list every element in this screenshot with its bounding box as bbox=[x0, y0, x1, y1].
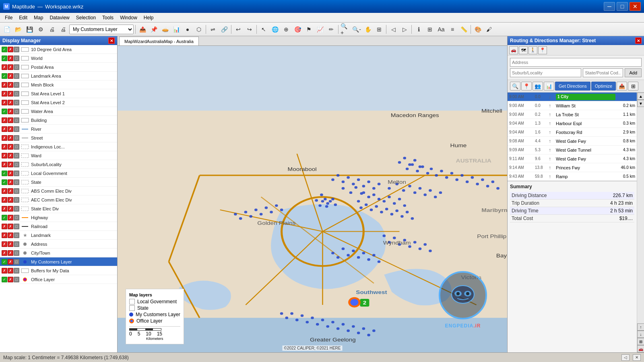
measure-button[interactable]: 📏 bbox=[458, 24, 469, 35]
layer-settings-world[interactable]: □ bbox=[14, 56, 19, 61]
layer-item-address[interactable]: ✗✗□Address bbox=[0, 240, 117, 249]
layer-remove-landmark-area[interactable]: ✗ bbox=[8, 73, 13, 79]
map-tab-australia[interactable]: MapWizardAustraliaMap - Australia bbox=[119, 37, 199, 45]
zoom-next-button[interactable]: ▷ bbox=[399, 24, 410, 35]
layer-remove-my-customers[interactable]: ✗ bbox=[8, 259, 13, 265]
layer-remove-buffers[interactable]: ✗ bbox=[8, 268, 13, 274]
shape-button[interactable]: ⬡ bbox=[194, 24, 204, 35]
layer-settings-landmark-area[interactable]: □ bbox=[14, 73, 19, 79]
route-item-8[interactable]: 9:14 AM13.8↑Princes Fwy46.0 km bbox=[508, 163, 637, 172]
layer-item-indigenous-loc[interactable]: ✗✗□Indigenous Loc... bbox=[0, 142, 117, 151]
layer-settings-state-elec-div[interactable]: □ bbox=[14, 206, 19, 212]
layer-remove-street[interactable]: ✗ bbox=[8, 135, 13, 141]
route-item-2[interactable]: 9:00 AM0.2↑La Trobe St1.1 km bbox=[508, 110, 637, 119]
layer-settings-suburb-locality[interactable]: □ bbox=[14, 162, 19, 167]
layer-settings-mesh-block[interactable]: □ bbox=[14, 82, 19, 88]
route-tool-4[interactable]: 📊 bbox=[544, 82, 554, 90]
layer-remove-city-town[interactable]: ✗ bbox=[8, 250, 13, 256]
menu-edit[interactable]: Edit bbox=[16, 14, 31, 21]
layer-toggle-state[interactable]: ✓ bbox=[2, 179, 7, 185]
layer-toggle-state-elec-div[interactable]: ✗ bbox=[2, 206, 7, 212]
layer-item-suburb-locality[interactable]: ✗✗□Suburb/Locality bbox=[0, 160, 117, 169]
menu-dataview[interactable]: Dataview bbox=[46, 14, 72, 21]
layer-toggle-10-degree-grid[interactable]: ✓ bbox=[2, 47, 7, 52]
layer-settings-railroad[interactable]: □ bbox=[14, 224, 19, 229]
layer-toggle-world[interactable]: ✓ bbox=[2, 56, 7, 61]
menu-help[interactable]: Help bbox=[140, 14, 157, 21]
layer-remove-local-government[interactable]: ✗ bbox=[8, 171, 13, 176]
route-tool-1[interactable]: 🔍 bbox=[510, 82, 520, 90]
route-item-1[interactable]: 9:00 AM0.0↑William St0.2 km bbox=[508, 101, 637, 110]
legend-button[interactable]: ≡ bbox=[447, 24, 458, 35]
select-button[interactable]: ↖ bbox=[258, 24, 269, 35]
route-icon-3[interactable]: 🚶 bbox=[528, 46, 537, 54]
layer-remove-abs-comm-elec-div[interactable]: ✗ bbox=[8, 188, 13, 194]
side-btn-1[interactable]: ↑ bbox=[637, 323, 644, 331]
layer-toggle-office-layer[interactable]: ✓ bbox=[2, 277, 7, 282]
layer-toggle-postal-area[interactable]: ✗ bbox=[2, 64, 7, 70]
layer-item-office-layer[interactable]: ✓✗□Office Layer bbox=[0, 275, 117, 284]
new-button[interactable]: 📄 bbox=[2, 24, 12, 35]
layer-remove-world[interactable]: ✗ bbox=[8, 56, 13, 61]
menu-window[interactable]: Window bbox=[117, 14, 140, 21]
layer-item-world[interactable]: ✓✗□World bbox=[0, 54, 117, 63]
flag-button[interactable]: ⚑ bbox=[303, 24, 314, 35]
layer-remove-state-elec-div[interactable]: ✗ bbox=[8, 206, 13, 212]
layer-settings-local-government[interactable]: □ bbox=[14, 171, 19, 176]
layer-dropdown[interactable]: My Customers Layer bbox=[69, 25, 134, 34]
layer-settings-stat-area-1[interactable]: □ bbox=[14, 91, 19, 97]
layer-toggle-ward[interactable]: ✗ bbox=[2, 153, 7, 158]
layer-toggle-my-customers[interactable]: ✓ bbox=[2, 259, 7, 265]
layer-toggle-railroad[interactable]: ✗ bbox=[2, 224, 7, 229]
menu-map[interactable]: Map bbox=[31, 14, 46, 21]
pan-button[interactable]: ✋ bbox=[363, 24, 373, 35]
layer-toggle-highway[interactable]: ✓ bbox=[2, 215, 7, 220]
side-btn-2[interactable]: ↓ bbox=[637, 331, 644, 338]
layer-remove-landmark[interactable]: ✗ bbox=[8, 232, 13, 238]
layer-item-state-elec-div[interactable]: ✗✗□State Elec Div bbox=[0, 204, 117, 213]
layer-item-highway[interactable]: ✓✗□Highway bbox=[0, 213, 117, 222]
layer-settings-aec-comm-elec-div[interactable]: □ bbox=[14, 197, 19, 203]
routing-close-button[interactable]: ✕ bbox=[635, 37, 642, 44]
target-button[interactable]: 🎯 bbox=[292, 24, 303, 35]
layer-item-building[interactable]: ✗✗□Building bbox=[0, 116, 117, 125]
undo-button[interactable]: ↩ bbox=[233, 24, 244, 35]
print-button[interactable]: 🖨 bbox=[58, 24, 68, 35]
layer-toggle-suburb-locality[interactable]: ✗ bbox=[2, 162, 7, 167]
layer-remove-building[interactable]: ✗ bbox=[8, 117, 13, 123]
layer-toggle-water-area[interactable]: ✓ bbox=[2, 109, 7, 114]
close-button[interactable]: ✕ bbox=[630, 2, 641, 11]
layer-settings-city-town[interactable]: □ bbox=[14, 250, 19, 256]
layer-settings-ward[interactable]: □ bbox=[14, 153, 19, 158]
maximize-button[interactable]: □ bbox=[617, 2, 628, 11]
map-pin-button[interactable]: 📌 bbox=[149, 24, 159, 35]
layer-settings-state[interactable]: □ bbox=[14, 179, 19, 185]
map-canvas[interactable]: 3 1 1 1 4 2 bbox=[118, 46, 507, 352]
layer-settings-building[interactable]: □ bbox=[14, 117, 19, 123]
layer-toggle-buffers[interactable]: ✗ bbox=[2, 268, 7, 274]
layer-settings-address[interactable]: □ bbox=[14, 241, 19, 247]
layer-toggle-mesh-block[interactable]: ✗ bbox=[2, 82, 7, 88]
crosshair-button[interactable]: ⊕ bbox=[281, 24, 291, 35]
layer-remove-stat-area-1[interactable]: ✗ bbox=[8, 91, 13, 97]
route-item-3[interactable]: 9:04 AM1.3↑Harbour Espl0.3 km bbox=[508, 119, 637, 128]
route-icon-2[interactable]: 🗺 bbox=[519, 46, 528, 54]
globe-button[interactable]: 🌐 bbox=[270, 24, 280, 35]
bar-chart-button[interactable]: 📊 bbox=[171, 24, 182, 35]
layer-toggle-stat-area-2[interactable]: ✗ bbox=[2, 100, 7, 105]
layer-remove-suburb-locality[interactable]: ✗ bbox=[8, 162, 13, 167]
layer-remove-state[interactable]: ✗ bbox=[8, 179, 13, 185]
minimize-button[interactable]: ─ bbox=[604, 2, 615, 11]
layer-remove-indigenous-loc[interactable]: ✗ bbox=[8, 144, 13, 150]
side-btn-3[interactable]: ⊞ bbox=[637, 338, 644, 345]
suburb-input[interactable] bbox=[510, 68, 581, 77]
print-setup-button[interactable]: 🖨 bbox=[47, 24, 57, 35]
zoom-extent-button[interactable]: ⊞ bbox=[374, 24, 384, 35]
layer-toggle-aec-comm-elec-div[interactable]: ✗ bbox=[2, 197, 7, 203]
zoom-out-button[interactable]: 🔍- bbox=[351, 24, 362, 35]
add-stop-button[interactable]: Add bbox=[625, 68, 642, 77]
layer-remove-stat-area-2[interactable]: ✗ bbox=[8, 100, 13, 105]
display-manager-close[interactable]: ✕ bbox=[108, 37, 115, 44]
layer-remove-ward[interactable]: ✗ bbox=[8, 153, 13, 158]
layer-settings-highway[interactable]: □ bbox=[14, 215, 19, 220]
